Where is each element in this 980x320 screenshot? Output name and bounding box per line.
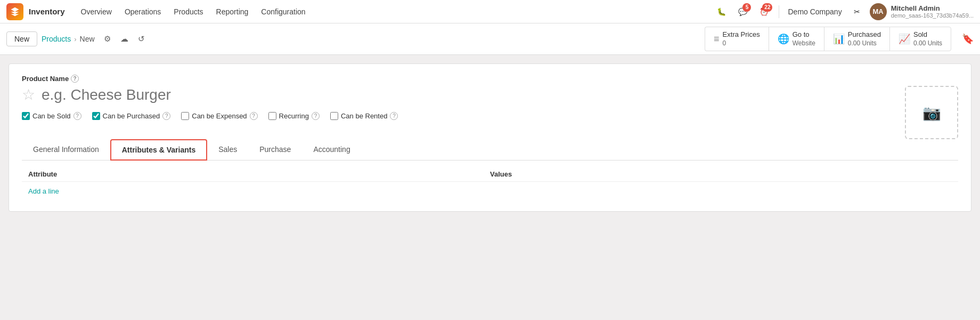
- recurring-checkbox[interactable]: Recurring ?: [268, 112, 320, 120]
- favorite-star-icon[interactable]: ☆: [22, 86, 35, 103]
- nav-configuration[interactable]: Configuration: [255, 0, 312, 23]
- product-name-input[interactable]: [42, 86, 899, 103]
- recurring-help[interactable]: ?: [312, 112, 320, 120]
- tab-attributes-variants[interactable]: Attributes & Variants: [110, 139, 207, 161]
- topnav-right: 🐛 💬 5 ⏰ 22 Demo Company ✂ MA Mitchell Ad…: [713, 3, 974, 20]
- breadcrumb: Products › New: [42, 35, 95, 43]
- divider: [779, 5, 779, 18]
- purchased-value: 0.00 Units: [848, 39, 881, 48]
- bar-chart-icon: 📊: [833, 33, 845, 45]
- can-be-rented-help[interactable]: ?: [390, 112, 398, 120]
- product-image-placeholder[interactable]: 📷: [905, 86, 958, 139]
- bug-report-icon[interactable]: 🐛: [713, 3, 730, 20]
- app-logo[interactable]: [6, 3, 23, 20]
- col-attribute: Attribute: [28, 170, 490, 178]
- list-icon: ≡: [714, 34, 720, 45]
- user-info: Mitchell Admin demo_saas-163_73d3b74a59.…: [891, 4, 974, 19]
- nav-products[interactable]: Products: [167, 0, 209, 23]
- product-form: Product Name ? ☆ Can be Sold ? Can be Pu…: [9, 63, 971, 212]
- tab-sales[interactable]: Sales: [207, 139, 248, 161]
- can-be-rented-checkbox[interactable]: Can be Rented ?: [330, 112, 398, 120]
- activity-icon[interactable]: ⏰ 22: [755, 3, 772, 20]
- can-be-purchased-checkbox[interactable]: Can be Purchased ?: [92, 112, 171, 120]
- breadcrumb-current: New: [80, 35, 95, 43]
- nav-operations[interactable]: Operations: [118, 0, 167, 23]
- camera-icon: 📷: [922, 104, 941, 122]
- smart-buttons: ≡ Extra Prices 0 🌐 Go to Website 📊 Purch…: [705, 27, 951, 51]
- trend-icon: 📈: [899, 33, 910, 45]
- table-header: Attribute Values: [22, 167, 958, 182]
- can-be-sold-checkbox[interactable]: Can be Sold ?: [22, 112, 81, 120]
- tab-purchase[interactable]: Purchase: [248, 139, 302, 161]
- breadcrumb-separator: ›: [74, 35, 76, 43]
- attributes-variants-table: Attribute Values Add a line: [22, 161, 958, 201]
- chat-icon[interactable]: 💬 5: [734, 3, 751, 20]
- extra-prices-label: Extra Prices: [723, 30, 760, 39]
- toolbar: New Products › New ⚙ ☁ ↺ ≡ Extra Prices …: [0, 23, 980, 55]
- product-name-label: Product Name ?: [22, 75, 958, 83]
- sold-button[interactable]: 📈 Sold 0.00 Units: [889, 27, 951, 51]
- go-to-website-label: Go to: [793, 30, 815, 39]
- can-be-expensed-help[interactable]: ?: [250, 112, 258, 120]
- settings-icon[interactable]: ✂: [848, 3, 865, 20]
- purchased-label: Purchased: [848, 30, 881, 39]
- checkboxes-row: Can be Sold ? Can be Purchased ? Can be …: [22, 112, 899, 120]
- settings-gear-icon[interactable]: ⚙: [100, 31, 115, 46]
- product-name-help-icon[interactable]: ?: [71, 75, 79, 83]
- avatar[interactable]: MA: [870, 3, 887, 20]
- can-be-expensed-checkbox[interactable]: Can be Expensed ?: [181, 112, 257, 120]
- activity-badge: 22: [762, 3, 772, 12]
- company-name: Demo Company: [788, 7, 842, 16]
- sold-value: 0.00 Units: [913, 39, 942, 48]
- top-navigation: Inventory Overview Operations Products R…: [0, 0, 980, 23]
- tab-general-information[interactable]: General Information: [22, 139, 110, 161]
- globe-icon: 🌐: [778, 33, 789, 45]
- can-be-sold-help[interactable]: ?: [74, 112, 81, 120]
- purchased-button[interactable]: 📊 Purchased 0.00 Units: [824, 27, 889, 51]
- toolbar-actions: ⚙ ☁ ↺: [100, 31, 149, 46]
- go-to-website-sub: Website: [793, 39, 815, 48]
- user-sub: demo_saas-163_73d3b74a59...: [891, 12, 974, 19]
- sold-label: Sold: [913, 30, 942, 39]
- nav-menu: Overview Operations Products Reporting C…: [75, 0, 713, 23]
- breadcrumb-parent[interactable]: Products: [42, 35, 71, 43]
- chat-badge: 5: [742, 3, 751, 12]
- app-name[interactable]: Inventory: [29, 7, 65, 16]
- bookmark-icon[interactable]: 🔖: [962, 33, 974, 45]
- discard-icon[interactable]: ↺: [134, 31, 149, 46]
- add-line-button[interactable]: Add a line: [22, 182, 958, 201]
- col-values: Values: [490, 170, 952, 178]
- go-to-website-button[interactable]: 🌐 Go to Website: [769, 27, 824, 51]
- can-be-purchased-help[interactable]: ?: [162, 112, 170, 120]
- new-button[interactable]: New: [6, 31, 37, 46]
- tab-accounting[interactable]: Accounting: [302, 139, 361, 161]
- extra-prices-button[interactable]: ≡ Extra Prices 0: [705, 27, 769, 51]
- tabs-row: General Information Attributes & Variant…: [22, 139, 958, 161]
- user-name: Mitchell Admin: [891, 4, 974, 12]
- upload-cloud-icon[interactable]: ☁: [117, 31, 132, 46]
- extra-prices-count: 0: [723, 39, 760, 48]
- nav-reporting[interactable]: Reporting: [210, 0, 255, 23]
- product-name-row: ☆: [22, 86, 899, 103]
- nav-overview[interactable]: Overview: [75, 0, 118, 23]
